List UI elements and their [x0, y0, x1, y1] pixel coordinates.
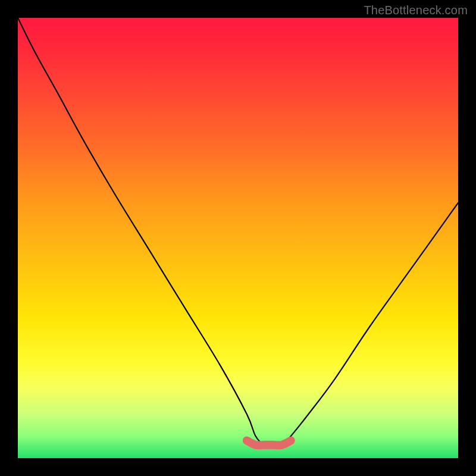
chart-frame: TheBottleneck.com [0, 0, 476, 476]
plot-area [18, 18, 458, 458]
bottleneck-curve [18, 18, 458, 446]
curve-svg [18, 18, 458, 458]
highlight-zone [247, 440, 291, 445]
watermark-text: TheBottleneck.com [364, 4, 468, 17]
